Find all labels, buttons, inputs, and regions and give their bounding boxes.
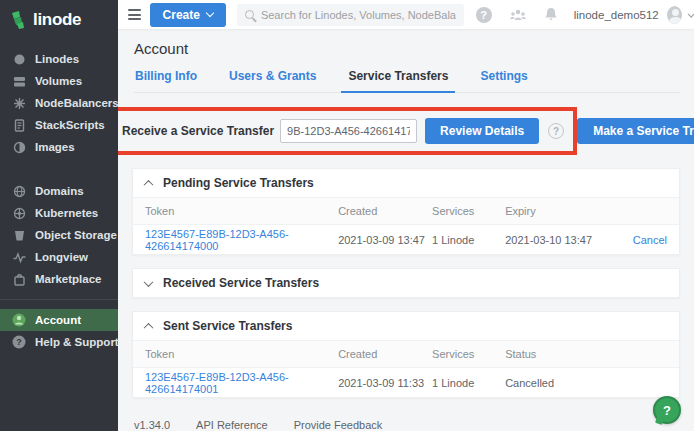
- sent-services: 1 Linode: [432, 377, 505, 389]
- marketplace-icon: [12, 272, 26, 286]
- pending-token-link[interactable]: 123E4567-E89B-12D3-A456-426614174000: [145, 228, 338, 252]
- make-service-transfer-button[interactable]: Make a Service Transfer: [577, 118, 694, 144]
- search-icon: [245, 10, 254, 19]
- topbar: Create ? linode_demo512: [118, 0, 694, 29]
- sidebar-item-linodes[interactable]: Linodes: [0, 48, 118, 70]
- collapse-icon: [144, 322, 154, 332]
- sent-transfers-header[interactable]: Sent Service Transfers: [133, 312, 679, 340]
- pending-table-row: 123E4567-E89B-12D3-A456-426614174000 202…: [133, 225, 679, 254]
- footer: v1.34.0 API Reference Provide Feedback: [134, 419, 680, 431]
- pending-created: 2021-03-09 13:47: [338, 234, 432, 246]
- page-title: Account: [134, 40, 680, 57]
- tab-billing-info[interactable]: Billing Info: [134, 67, 198, 92]
- receive-transfer-help-icon[interactable]: ?: [548, 123, 564, 139]
- avatar[interactable]: [667, 6, 682, 24]
- linodes-icon: [12, 52, 26, 66]
- linode-logo-icon: [11, 11, 27, 29]
- sent-status: Cancelled: [505, 377, 599, 389]
- tab-settings[interactable]: Settings: [479, 67, 528, 92]
- sidebar-item-account[interactable]: Account: [0, 309, 118, 331]
- pending-transfers-header[interactable]: Pending Service Transfers: [133, 169, 679, 197]
- username[interactable]: linode_demo512: [574, 9, 659, 21]
- sidebar-item-longview[interactable]: Longview: [0, 246, 118, 268]
- account-icon: [12, 313, 26, 327]
- help-support-icon: ?: [12, 335, 26, 349]
- received-transfers-header[interactable]: Received Service Transfers: [133, 269, 679, 297]
- sidebar-item-marketplace[interactable]: Marketplace: [0, 268, 118, 290]
- chevron-down-icon: [206, 9, 214, 17]
- receive-transfer-label: Receive a Service Transfer: [122, 124, 274, 138]
- help-chat-button[interactable]: ?: [653, 396, 681, 424]
- sidebar-item-help-support[interactable]: ? Help & Support: [0, 331, 118, 353]
- stackscripts-icon: [12, 118, 26, 132]
- kubernetes-icon: [12, 206, 26, 220]
- create-button[interactable]: Create: [150, 3, 226, 27]
- volumes-icon: [12, 74, 26, 88]
- sent-created: 2021-03-09 11:33: [338, 377, 432, 389]
- review-details-button[interactable]: Review Details: [425, 118, 539, 144]
- sidebar-item-volumes[interactable]: Volumes: [0, 70, 118, 92]
- sent-table-header: Token Created Services Status: [133, 340, 679, 368]
- community-icon[interactable]: [509, 8, 527, 22]
- linode-logo[interactable]: linode: [0, 0, 118, 42]
- version-link[interactable]: v1.34.0: [134, 419, 170, 431]
- menu-toggle-icon[interactable]: [128, 7, 141, 23]
- tab-service-transfers[interactable]: Service Transfers: [347, 67, 449, 92]
- global-search[interactable]: [237, 4, 464, 26]
- svg-text:?: ?: [16, 337, 22, 347]
- provide-feedback-link[interactable]: Provide Feedback: [294, 419, 383, 431]
- images-icon: [12, 140, 26, 154]
- main-content: Account Billing Info Users & Grants Serv…: [118, 29, 694, 431]
- sidebar-divider: [0, 299, 118, 300]
- receive-transfer-highlight-box: Receive a Service Transfer Review Detail…: [114, 107, 577, 155]
- sidebar-item-images[interactable]: Images: [0, 136, 118, 158]
- transfer-actions-row: Receive a Service Transfer Review Detail…: [132, 107, 680, 155]
- account-tabs: Billing Info Users & Grants Service Tran…: [134, 67, 680, 93]
- pending-expiry: 2021-03-10 13:47: [505, 234, 599, 246]
- tab-users-grants[interactable]: Users & Grants: [228, 67, 317, 92]
- sidebar-item-stackscripts[interactable]: StackScripts: [0, 114, 118, 136]
- help-icon[interactable]: ?: [476, 7, 492, 23]
- linode-logo-text: linode: [33, 10, 81, 30]
- sidebar-item-nodebalancers[interactable]: NodeBalancers: [0, 92, 118, 114]
- api-reference-link[interactable]: API Reference: [196, 419, 268, 431]
- sidebar-item-kubernetes[interactable]: Kubernetes: [0, 202, 118, 224]
- receive-transfer-token-input[interactable]: [280, 119, 417, 143]
- sent-transfers-card: Sent Service Transfers Token Created Ser…: [132, 311, 680, 398]
- sidebar-item-domains[interactable]: Domains: [0, 180, 118, 202]
- pending-transfers-card: Pending Service Transfers Token Created …: [132, 168, 680, 255]
- sidebar-item-object-storage[interactable]: Object Storage: [0, 224, 118, 246]
- collapse-icon: [144, 179, 154, 189]
- cancel-transfer-link[interactable]: Cancel: [633, 234, 667, 246]
- expand-icon: [144, 277, 154, 287]
- search-input[interactable]: [261, 9, 456, 21]
- object-storage-icon: [12, 228, 26, 242]
- pending-table-header: Token Created Services Expiry: [133, 197, 679, 225]
- received-transfers-card: Received Service Transfers: [132, 268, 680, 298]
- user-menu-chevron-icon[interactable]: [687, 10, 694, 18]
- sidebar: linode Linodes Volumes NodeBalancers Sta…: [0, 0, 118, 431]
- sent-token-link[interactable]: 123E4567-E89B-12D3-A456-426614174001: [145, 371, 338, 395]
- longview-icon: [12, 250, 26, 264]
- domains-icon: [12, 184, 26, 198]
- pending-services: 1 Linode: [432, 234, 505, 246]
- sent-table-row: 123E4567-E89B-12D3-A456-426614174001 202…: [133, 368, 679, 397]
- notifications-icon[interactable]: [544, 7, 558, 22]
- nodebalancers-icon: [12, 96, 26, 110]
